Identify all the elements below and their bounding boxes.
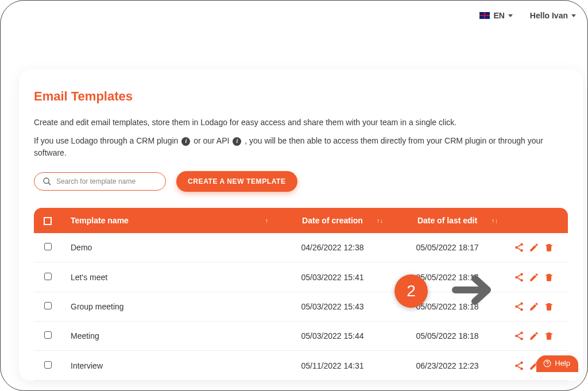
table-row: Meeting05/03/2022 15:4405/05/2022 18:18 [34, 322, 568, 351]
header-actions [505, 208, 568, 233]
svg-point-2 [520, 243, 523, 246]
svg-point-14 [520, 361, 523, 364]
user-greeting-text: Hello Ivan [530, 11, 568, 20]
svg-point-11 [520, 332, 523, 335]
desc2-part-b: or our API [194, 136, 229, 145]
main-card: Email Templates Create and edit email te… [19, 69, 583, 381]
step-badge: 2 [394, 274, 428, 308]
cell-date-created: 05/03/2022 15:44 [275, 322, 390, 351]
search-input[interactable] [56, 177, 157, 185]
page-description-2: If you use Lodago through a CRM plugin i… [34, 135, 568, 158]
app-frame: EN Hello Ivan Email Templates Create and… [0, 0, 588, 391]
chevron-down-icon [571, 14, 576, 17]
cell-actions [505, 322, 568, 351]
edit-icon[interactable] [529, 242, 539, 253]
svg-point-10 [520, 308, 523, 311]
header-date-created[interactable]: Date of creation [275, 208, 390, 233]
cell-actions [505, 233, 568, 262]
svg-line-1 [48, 183, 51, 185]
search-icon [42, 177, 52, 186]
cell-date-created: 05/11/2022 14:31 [275, 351, 390, 380]
svg-point-12 [515, 335, 518, 338]
delete-icon[interactable] [544, 272, 554, 282]
share-icon[interactable] [514, 301, 524, 312]
svg-point-0 [44, 178, 49, 183]
cell-date-edited: 05/05/2022 18:17 [390, 233, 505, 262]
page-description-1: Create and edit email templates, store t… [34, 117, 568, 128]
svg-point-13 [520, 338, 523, 340]
header-date-edited[interactable]: Date of last edit [390, 208, 505, 233]
share-icon[interactable] [514, 272, 524, 282]
cell-template-name: Interview [61, 351, 275, 380]
header-template-name[interactable]: Template name [61, 208, 275, 233]
delete-icon[interactable] [544, 301, 554, 312]
flag-uk-icon [479, 12, 490, 19]
svg-point-5 [520, 273, 523, 276]
help-button[interactable]: Help [536, 355, 578, 372]
sort-asc-icon [265, 217, 269, 224]
header-label: Template name [71, 216, 129, 225]
checkbox-icon [44, 217, 52, 225]
row-checkbox[interactable] [44, 273, 52, 280]
sort-icon [492, 217, 498, 224]
help-icon [543, 359, 551, 367]
info-icon[interactable]: i [181, 137, 190, 146]
svg-point-19 [547, 365, 548, 366]
language-switcher[interactable]: EN [479, 11, 512, 20]
svg-point-15 [515, 364, 518, 367]
share-icon[interactable] [514, 242, 524, 253]
row-checkbox[interactable] [44, 331, 52, 339]
sort-icon [377, 217, 383, 224]
help-label: Help [555, 359, 570, 367]
row-checkbox[interactable] [44, 361, 52, 369]
share-icon[interactable] [514, 331, 524, 341]
svg-point-16 [520, 367, 523, 370]
arrow-right-icon [452, 273, 494, 309]
search-field-wrapper [34, 172, 166, 191]
table-row: Interview05/11/2022 14:3106/23/2022 12:2… [34, 351, 568, 380]
top-bar: EN Hello Ivan [1, 1, 587, 20]
user-menu[interactable]: Hello Ivan [530, 11, 576, 20]
table-header: Template name Date of creation Date of l… [34, 208, 568, 233]
row-checkbox[interactable] [44, 243, 52, 250]
desc2-part-a: If you use Lodago through a CRM plugin [34, 136, 178, 145]
cell-date-created: 04/26/2022 12:38 [275, 233, 390, 262]
cell-date-edited: 05/05/2022 18:18 [390, 322, 505, 351]
svg-point-3 [515, 246, 518, 249]
header-select-all[interactable] [34, 208, 61, 233]
row-checkbox[interactable] [44, 302, 52, 309]
table-row: Demo04/26/2022 12:3805/05/2022 18:17 [34, 233, 568, 262]
cell-template-name: Group meeting [61, 292, 275, 322]
cell-template-name: Demo [61, 233, 275, 262]
cell-actions [505, 262, 568, 292]
svg-point-9 [515, 305, 518, 308]
share-icon[interactable] [514, 361, 524, 371]
cell-template-name: Let's meet [61, 262, 275, 292]
chevron-down-icon [508, 14, 513, 17]
header-label: Date of creation [302, 216, 363, 225]
svg-point-7 [520, 279, 523, 282]
page-title: Email Templates [34, 89, 568, 104]
delete-icon[interactable] [544, 331, 554, 341]
header-label: Date of last edit [417, 216, 477, 225]
language-code: EN [493, 11, 504, 20]
svg-point-8 [520, 303, 523, 305]
cell-actions [505, 292, 568, 322]
svg-point-6 [515, 276, 518, 279]
info-icon[interactable]: i [233, 137, 241, 146]
create-template-button[interactable]: CREATE A NEW TEMPLATE [176, 171, 297, 192]
cell-template-name: Meeting [61, 322, 275, 351]
edit-icon[interactable] [529, 301, 539, 312]
cell-date-created: 05/03/2022 15:41 [275, 262, 390, 292]
controls-row: CREATE A NEW TEMPLATE [34, 171, 568, 192]
cell-date-edited: 06/23/2022 12:23 [390, 351, 505, 380]
edit-icon[interactable] [529, 331, 539, 341]
svg-point-4 [520, 249, 523, 252]
delete-icon[interactable] [544, 242, 554, 253]
edit-icon[interactable] [529, 272, 539, 282]
cell-date-created: 05/03/2022 15:43 [275, 292, 390, 322]
